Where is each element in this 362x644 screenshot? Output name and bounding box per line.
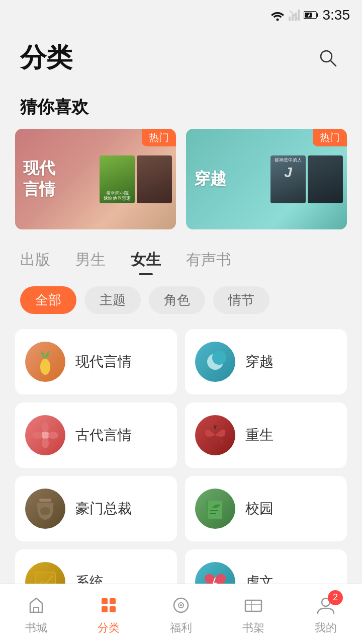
tab-yousheng[interactable]: 有声书 xyxy=(186,250,231,274)
filter-all[interactable]: 全部 xyxy=(20,286,76,314)
page-title: 分类 xyxy=(20,40,72,75)
rec-card-time-travel[interactable]: 热门 穿越 被神选中的人 J xyxy=(186,129,347,229)
cat-name-modern-romance: 现代言情 xyxy=(75,352,132,371)
nav-bookshelf-label: 书架 xyxy=(242,620,264,635)
profile-badge: 2 xyxy=(328,590,343,605)
filter-plot[interactable]: 情节 xyxy=(213,286,269,314)
book-covers-2: 被神选中的人 J xyxy=(270,129,347,229)
svg-point-39 xyxy=(180,604,182,606)
svg-point-13 xyxy=(40,359,50,375)
svg-rect-36 xyxy=(110,606,116,612)
nav-profile-icon: 2 xyxy=(314,593,338,617)
svg-point-16 xyxy=(41,431,49,439)
wifi-icon xyxy=(270,10,285,21)
category-time-travel[interactable]: 穿越 xyxy=(185,329,347,394)
jar-svg xyxy=(30,494,60,524)
cat-name-campus: 校园 xyxy=(245,499,274,518)
svg-line-12 xyxy=(330,60,336,66)
nav-category-label: 分类 xyxy=(98,620,120,635)
svg-rect-26 xyxy=(208,501,222,519)
nav-bookshelf[interactable]: 书架 xyxy=(241,593,265,635)
butterfly-svg xyxy=(200,420,230,450)
nav-bookstore-label: 书城 xyxy=(25,620,47,635)
icon-moon xyxy=(195,342,235,382)
bookshelf-icon xyxy=(243,595,263,615)
category-row-2: 古代言情 重生 xyxy=(15,403,347,468)
bottom-nav: 书城 分类 福利 xyxy=(0,584,362,644)
svg-point-15 xyxy=(212,351,226,365)
svg-rect-8 xyxy=(305,13,312,18)
cat-name-time-travel: 穿越 xyxy=(245,352,274,371)
status-time: 3:35 xyxy=(323,7,350,23)
svg-rect-33 xyxy=(102,598,108,604)
svg-line-22 xyxy=(215,425,216,429)
svg-point-17 xyxy=(42,422,49,432)
grid-icon xyxy=(99,595,119,615)
tab-nansheng[interactable]: 男生 xyxy=(75,250,106,274)
category-campus[interactable]: 校园 xyxy=(185,476,347,541)
tab-nvsheng[interactable]: 女生 xyxy=(131,250,161,274)
svg-point-24 xyxy=(40,507,50,515)
nav-category[interactable]: 分类 xyxy=(97,593,121,635)
svg-rect-35 xyxy=(102,606,108,612)
nav-category-icon xyxy=(97,593,121,617)
icon-book-leaf xyxy=(195,489,235,529)
cat-name-rich-ceo: 豪门总裁 xyxy=(75,499,132,518)
svg-line-5 xyxy=(290,11,299,20)
svg-point-19 xyxy=(32,432,42,439)
book-covers-1: 带空间小院嫁给他养惠惠 xyxy=(100,129,176,229)
filter-role[interactable]: 角色 xyxy=(149,286,205,314)
tab-chuban[interactable]: 出版 xyxy=(20,250,50,274)
svg-rect-23 xyxy=(39,499,51,502)
corn-svg xyxy=(30,347,60,377)
icon-flower xyxy=(25,415,65,455)
category-grid: 现代言情 穿越 xyxy=(15,329,347,615)
category-modern-romance[interactable]: 现代言情 xyxy=(15,329,177,394)
category-ancient-romance[interactable]: 古代言情 xyxy=(15,403,177,468)
svg-rect-40 xyxy=(245,600,261,611)
status-icons: 3:35 xyxy=(270,7,350,23)
nav-bookstore[interactable]: 书城 xyxy=(24,593,48,635)
header: 分类 xyxy=(0,30,362,80)
signal-icon xyxy=(289,10,300,21)
battery-icon xyxy=(304,11,319,20)
nav-welfare-icon xyxy=(169,593,193,617)
filter-pills: 全部 主题 角色 情节 xyxy=(15,286,347,314)
recommendations-cards: 热门 现代言情 带空间小院嫁给他养惠惠 热门 穿越 被神选中的人 J xyxy=(15,129,347,229)
cat-name-rebirth: 重生 xyxy=(245,426,274,445)
filter-theme[interactable]: 主题 xyxy=(84,286,141,314)
home-icon xyxy=(26,595,46,615)
nav-bookstore-icon xyxy=(24,593,48,617)
svg-rect-7 xyxy=(316,14,318,17)
category-rich-ceo[interactable]: 豪门总裁 xyxy=(15,476,177,541)
rec-card-modern-romance[interactable]: 热门 现代言情 带空间小院嫁给他养惠惠 xyxy=(15,129,176,229)
nav-bookshelf-icon xyxy=(241,593,265,617)
book-cover-1b xyxy=(137,155,172,203)
search-icon xyxy=(317,47,339,69)
category-rebirth[interactable]: 重生 xyxy=(185,403,347,468)
svg-rect-34 xyxy=(110,598,116,604)
status-bar: 3:35 xyxy=(0,0,362,30)
icon-butterfly xyxy=(195,415,235,455)
card-label-2: 穿越 xyxy=(194,169,226,190)
svg-point-20 xyxy=(48,432,58,439)
section-title: 猜你喜欢 xyxy=(20,96,347,119)
cat-name-ancient-romance: 古代言情 xyxy=(75,426,132,445)
svg-point-0 xyxy=(276,19,279,21)
svg-rect-1 xyxy=(289,17,291,21)
nav-welfare[interactable]: 福利 xyxy=(169,593,193,635)
nav-profile-label: 我的 xyxy=(315,620,337,635)
svg-point-18 xyxy=(42,438,49,448)
category-row-3: 豪门总裁 校园 xyxy=(15,476,347,541)
nav-profile[interactable]: 2 我的 xyxy=(314,593,338,635)
search-button[interactable] xyxy=(314,44,342,72)
moon-svg xyxy=(200,347,230,377)
book-cover-1a: 带空间小院嫁给他养惠惠 xyxy=(100,155,135,203)
category-row-1: 现代言情 穿越 xyxy=(15,329,347,394)
book-cover-2a: 被神选中的人 J xyxy=(270,155,306,203)
nav-welfare-label: 福利 xyxy=(170,620,192,635)
gift-icon xyxy=(171,595,191,615)
svg-rect-2 xyxy=(292,15,294,21)
icon-corn xyxy=(25,342,65,382)
category-tabs: 出版 男生 女生 有声书 xyxy=(15,245,347,274)
